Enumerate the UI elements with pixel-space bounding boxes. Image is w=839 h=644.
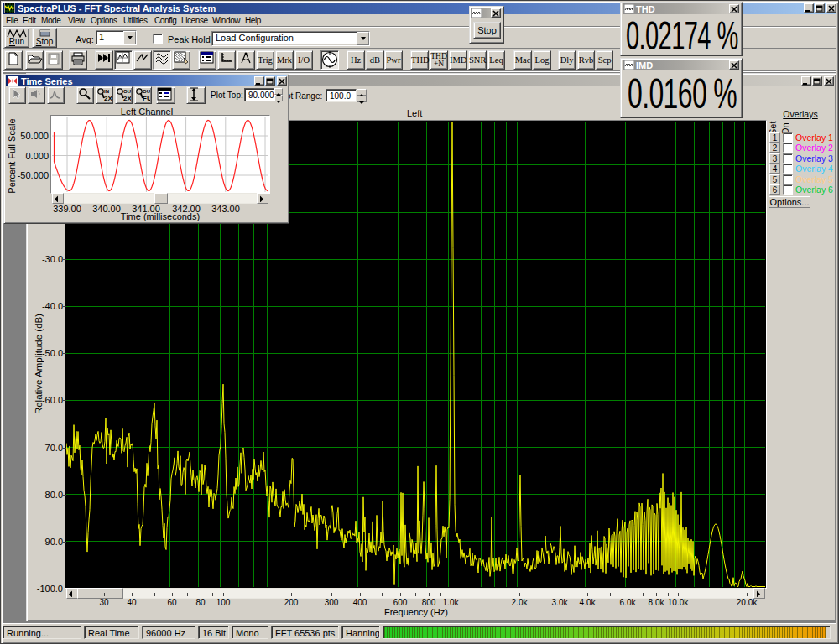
svg-text:OUT: OUT [123, 89, 131, 94]
svg-text:OUT: OUT [143, 89, 150, 94]
svg-text:FULL: FULL [143, 95, 150, 102]
svg-text:2X: 2X [123, 95, 131, 102]
svg-text:2X: 2X [104, 95, 112, 102]
svg-text:IN: IN [104, 89, 109, 94]
